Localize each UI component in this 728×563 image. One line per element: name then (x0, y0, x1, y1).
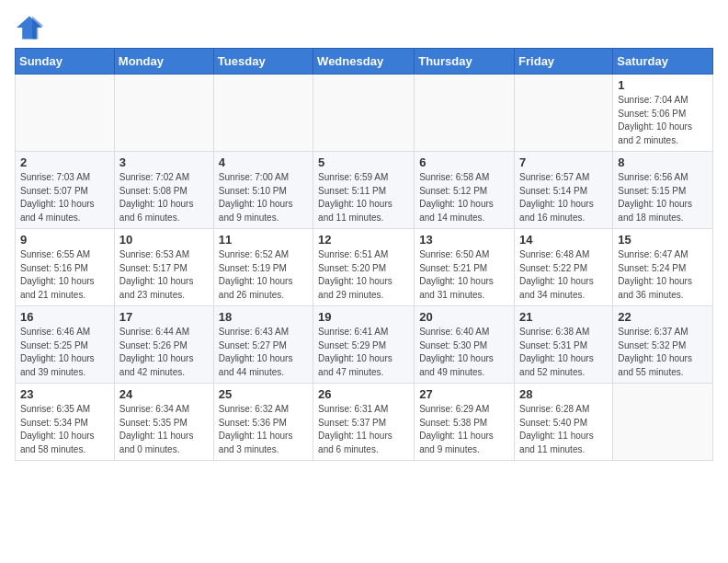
calendar-cell: 4Sunrise: 7:00 AM Sunset: 5:10 PM Daylig… (213, 152, 313, 229)
day-number: 14 (519, 233, 608, 247)
day-info: Sunrise: 6:57 AM Sunset: 5:14 PM Dayligh… (519, 171, 608, 224)
day-number: 22 (618, 310, 708, 324)
day-info: Sunrise: 6:51 AM Sunset: 5:20 PM Dayligh… (318, 248, 409, 302)
day-info: Sunrise: 6:29 AM Sunset: 5:38 PM Dayligh… (419, 403, 509, 456)
day-info: Sunrise: 6:34 AM Sunset: 5:35 PM Dayligh… (119, 403, 209, 456)
day-number: 2 (20, 155, 109, 169)
calendar-cell: 9Sunrise: 6:55 AM Sunset: 5:16 PM Daylig… (16, 229, 115, 306)
weekday-header-thursday: Thursday (415, 49, 515, 75)
calendar-cell (114, 75, 213, 152)
calendar-table: SundayMondayTuesdayWednesdayThursdayFrid… (15, 48, 713, 461)
calendar-cell: 8Sunrise: 6:56 AM Sunset: 5:15 PM Daylig… (613, 152, 713, 229)
calendar-cell (515, 75, 613, 152)
day-number: 27 (419, 387, 509, 401)
calendar-cell: 22Sunrise: 6:37 AM Sunset: 5:32 PM Dayli… (613, 306, 713, 384)
day-info: Sunrise: 6:28 AM Sunset: 5:40 PM Dayligh… (519, 403, 608, 456)
calendar-cell: 12Sunrise: 6:51 AM Sunset: 5:20 PM Dayli… (313, 229, 415, 306)
day-number: 6 (419, 155, 509, 169)
day-info: Sunrise: 6:58 AM Sunset: 5:12 PM Dayligh… (419, 171, 509, 224)
day-number: 15 (618, 233, 708, 247)
calendar-cell: 11Sunrise: 6:52 AM Sunset: 5:19 PM Dayli… (213, 229, 313, 306)
week-row-5: 23Sunrise: 6:35 AM Sunset: 5:34 PM Dayli… (16, 384, 713, 461)
day-number: 11 (219, 233, 308, 247)
calendar-cell: 2Sunrise: 7:03 AM Sunset: 5:07 PM Daylig… (16, 152, 115, 229)
day-info: Sunrise: 7:00 AM Sunset: 5:10 PM Dayligh… (219, 171, 308, 224)
day-number: 26 (318, 387, 409, 401)
calendar-cell: 23Sunrise: 6:35 AM Sunset: 5:34 PM Dayli… (16, 384, 115, 461)
week-row-4: 16Sunrise: 6:46 AM Sunset: 5:25 PM Dayli… (16, 306, 713, 384)
calendar-cell: 26Sunrise: 6:31 AM Sunset: 5:37 PM Dayli… (313, 384, 415, 461)
day-number: 25 (219, 387, 308, 401)
calendar-cell: 13Sunrise: 6:50 AM Sunset: 5:21 PM Dayli… (415, 229, 515, 306)
day-info: Sunrise: 7:04 AM Sunset: 5:06 PM Dayligh… (618, 94, 708, 147)
calendar-cell: 28Sunrise: 6:28 AM Sunset: 5:40 PM Dayli… (515, 384, 613, 461)
day-info: Sunrise: 6:43 AM Sunset: 5:27 PM Dayligh… (219, 326, 308, 379)
page-header (15, 15, 713, 40)
weekday-header-row: SundayMondayTuesdayWednesdayThursdayFrid… (16, 49, 713, 75)
day-info: Sunrise: 6:41 AM Sunset: 5:29 PM Dayligh… (318, 326, 409, 379)
calendar-cell (613, 384, 713, 461)
day-info: Sunrise: 6:52 AM Sunset: 5:19 PM Dayligh… (219, 248, 308, 302)
day-info: Sunrise: 6:56 AM Sunset: 5:15 PM Dayligh… (618, 171, 708, 224)
calendar-cell (415, 75, 515, 152)
calendar-cell: 14Sunrise: 6:48 AM Sunset: 5:22 PM Dayli… (515, 229, 613, 306)
day-number: 5 (318, 155, 409, 169)
calendar-cell (213, 75, 313, 152)
day-number: 8 (618, 155, 708, 169)
calendar-cell: 7Sunrise: 6:57 AM Sunset: 5:14 PM Daylig… (515, 152, 613, 229)
day-number: 24 (119, 387, 209, 401)
day-number: 4 (219, 155, 308, 169)
day-info: Sunrise: 6:50 AM Sunset: 5:21 PM Dayligh… (419, 248, 509, 302)
day-info: Sunrise: 6:44 AM Sunset: 5:26 PM Dayligh… (119, 326, 209, 379)
day-info: Sunrise: 6:46 AM Sunset: 5:25 PM Dayligh… (20, 326, 109, 379)
weekday-header-monday: Monday (114, 49, 213, 75)
calendar-cell: 19Sunrise: 6:41 AM Sunset: 5:29 PM Dayli… (313, 306, 415, 384)
week-row-3: 9Sunrise: 6:55 AM Sunset: 5:16 PM Daylig… (16, 229, 713, 306)
calendar-cell: 18Sunrise: 6:43 AM Sunset: 5:27 PM Dayli… (213, 306, 313, 384)
day-number: 1 (618, 78, 708, 92)
week-row-1: 1Sunrise: 7:04 AM Sunset: 5:06 PM Daylig… (16, 75, 713, 152)
day-number: 18 (219, 310, 308, 324)
weekday-header-saturday: Saturday (613, 49, 713, 75)
calendar-cell: 15Sunrise: 6:47 AM Sunset: 5:24 PM Dayli… (613, 229, 713, 306)
day-info: Sunrise: 7:03 AM Sunset: 5:07 PM Dayligh… (20, 171, 109, 224)
logo (15, 15, 48, 40)
day-number: 19 (318, 310, 409, 324)
day-number: 3 (119, 155, 209, 169)
day-info: Sunrise: 7:02 AM Sunset: 5:08 PM Dayligh… (119, 171, 209, 224)
calendar-cell: 20Sunrise: 6:40 AM Sunset: 5:30 PM Dayli… (415, 306, 515, 384)
weekday-header-sunday: Sunday (16, 49, 115, 75)
logo-icon (15, 15, 44, 40)
calendar-cell: 21Sunrise: 6:38 AM Sunset: 5:31 PM Dayli… (515, 306, 613, 384)
day-info: Sunrise: 6:32 AM Sunset: 5:36 PM Dayligh… (219, 403, 308, 456)
svg-marker-0 (17, 17, 42, 40)
day-info: Sunrise: 6:55 AM Sunset: 5:16 PM Dayligh… (20, 248, 109, 302)
day-info: Sunrise: 6:35 AM Sunset: 5:34 PM Dayligh… (20, 403, 109, 456)
calendar-cell: 24Sunrise: 6:34 AM Sunset: 5:35 PM Dayli… (114, 384, 213, 461)
day-info: Sunrise: 6:59 AM Sunset: 5:11 PM Dayligh… (318, 171, 409, 224)
day-number: 23 (20, 387, 109, 401)
calendar-cell: 27Sunrise: 6:29 AM Sunset: 5:38 PM Dayli… (415, 384, 515, 461)
calendar-cell (16, 75, 115, 152)
calendar-cell: 10Sunrise: 6:53 AM Sunset: 5:17 PM Dayli… (114, 229, 213, 306)
calendar-cell: 5Sunrise: 6:59 AM Sunset: 5:11 PM Daylig… (313, 152, 415, 229)
calendar-cell: 3Sunrise: 7:02 AM Sunset: 5:08 PM Daylig… (114, 152, 213, 229)
calendar-cell: 17Sunrise: 6:44 AM Sunset: 5:26 PM Dayli… (114, 306, 213, 384)
day-number: 21 (519, 310, 608, 324)
day-number: 13 (419, 233, 509, 247)
day-info: Sunrise: 6:37 AM Sunset: 5:32 PM Dayligh… (618, 326, 708, 379)
day-number: 28 (519, 387, 608, 401)
day-info: Sunrise: 6:47 AM Sunset: 5:24 PM Dayligh… (618, 248, 708, 302)
day-info: Sunrise: 6:48 AM Sunset: 5:22 PM Dayligh… (519, 248, 608, 302)
day-info: Sunrise: 6:40 AM Sunset: 5:30 PM Dayligh… (419, 326, 509, 379)
calendar-cell: 1Sunrise: 7:04 AM Sunset: 5:06 PM Daylig… (613, 75, 713, 152)
day-info: Sunrise: 6:53 AM Sunset: 5:17 PM Dayligh… (119, 248, 209, 302)
calendar-cell: 6Sunrise: 6:58 AM Sunset: 5:12 PM Daylig… (415, 152, 515, 229)
calendar-cell: 25Sunrise: 6:32 AM Sunset: 5:36 PM Dayli… (213, 384, 313, 461)
day-info: Sunrise: 6:38 AM Sunset: 5:31 PM Dayligh… (519, 326, 608, 379)
weekday-header-friday: Friday (515, 49, 613, 75)
day-number: 9 (20, 233, 109, 247)
week-row-2: 2Sunrise: 7:03 AM Sunset: 5:07 PM Daylig… (16, 152, 713, 229)
day-info: Sunrise: 6:31 AM Sunset: 5:37 PM Dayligh… (318, 403, 409, 456)
day-number: 20 (419, 310, 509, 324)
